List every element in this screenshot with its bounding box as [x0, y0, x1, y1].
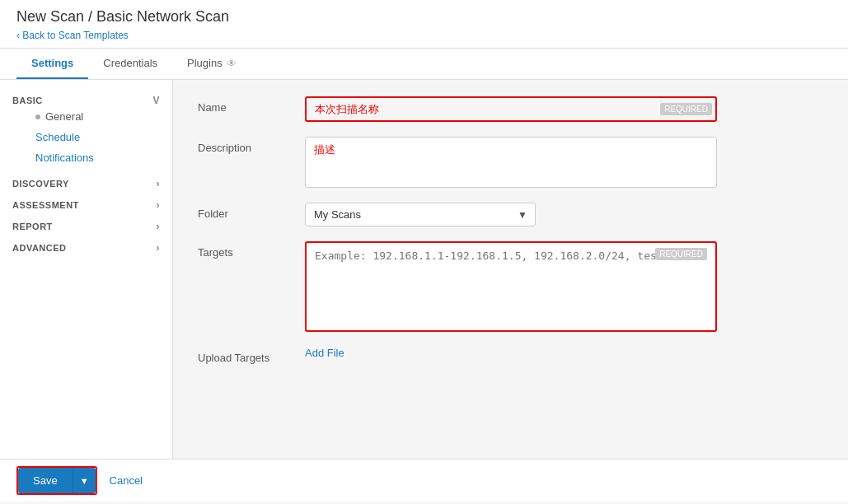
tab-credentials[interactable]: Credentials — [88, 49, 172, 79]
back-link[interactable]: Back to Scan Templates — [16, 30, 129, 41]
name-control-wrap: REQUIRED — [305, 96, 717, 122]
sidebar-section-report-header[interactable]: REPORT › — [12, 221, 160, 232]
folder-select[interactable]: My Scans Trash — [305, 203, 536, 226]
description-control-wrap — [305, 137, 717, 188]
add-file-link[interactable]: Add File — [305, 347, 344, 359]
folder-control-wrap: My Scans Trash ▼ — [305, 203, 717, 226]
folder-select-wrap: My Scans Trash ▼ — [305, 203, 536, 226]
basic-arrow: v — [152, 95, 160, 106]
name-input[interactable] — [307, 98, 660, 120]
sidebar-section-advanced: ADVANCED › — [0, 236, 172, 257]
tab-plugins[interactable]: Plugins 👁 — [172, 49, 251, 79]
eye-icon: 👁 — [227, 58, 237, 69]
form-row-name: Name REQUIRED — [198, 96, 823, 122]
report-arrow: › — [157, 221, 161, 232]
description-label: Description — [198, 137, 305, 154]
tab-settings[interactable]: Settings — [16, 49, 88, 79]
form-row-description: Description — [198, 137, 823, 188]
targets-control-wrap: REQUIRED — [305, 241, 717, 332]
bottom-bar: Save ▼ Cancel — [0, 459, 848, 502]
assessment-arrow: › — [157, 199, 161, 211]
content-area: Name REQUIRED Description Folder — [173, 80, 848, 459]
description-textarea-wrap — [305, 137, 717, 188]
sidebar-section-basic: BASIC v General Schedule Notifications — [0, 88, 172, 171]
page-title: New Scan / Basic Network Scan — [16, 8, 832, 26]
upload-targets-label: Upload Targets — [198, 347, 305, 364]
tab-bar: Settings Credentials Plugins 👁 — [0, 49, 848, 80]
main-area: BASIC v General Schedule Notifications D… — [0, 80, 848, 459]
save-btn-group: Save ▼ — [16, 466, 97, 495]
form-row-targets: Targets REQUIRED — [198, 241, 823, 332]
sidebar: BASIC v General Schedule Notifications D… — [0, 80, 173, 459]
targets-required-badge: REQUIRED — [655, 248, 707, 260]
sidebar-section-discovery: DISCOVERY › — [0, 171, 172, 193]
cancel-button[interactable]: Cancel — [105, 468, 147, 493]
folder-label: Folder — [198, 203, 305, 220]
sidebar-section-report: REPORT › — [0, 214, 172, 236]
sidebar-section-assessment: ASSESSMENT › — [0, 193, 172, 214]
sidebar-item-general[interactable]: General — [12, 106, 160, 127]
discovery-arrow: › — [157, 178, 161, 189]
name-label: Name — [198, 96, 305, 114]
form-row-folder: Folder My Scans Trash ▼ — [198, 203, 823, 226]
save-dropdown-arrow: ▼ — [80, 476, 89, 486]
targets-input[interactable] — [307, 243, 715, 325]
sidebar-section-discovery-header[interactable]: DISCOVERY › — [12, 178, 160, 189]
sidebar-item-notifications[interactable]: Notifications — [12, 147, 160, 168]
save-dropdown-button[interactable]: ▼ — [73, 468, 96, 493]
sidebar-section-advanced-header[interactable]: ADVANCED › — [12, 242, 160, 254]
name-required-badge: REQUIRED — [660, 103, 712, 115]
targets-label: Targets — [198, 241, 305, 259]
sidebar-section-assessment-header[interactable]: ASSESSMENT › — [12, 199, 160, 211]
advanced-arrow: › — [157, 242, 161, 254]
name-input-wrap: REQUIRED — [305, 96, 717, 122]
upload-targets-control-wrap: Add File — [305, 347, 717, 359]
targets-wrap: REQUIRED — [305, 241, 717, 332]
sidebar-section-basic-header[interactable]: BASIC v — [12, 95, 160, 106]
form-row-upload-targets: Upload Targets Add File — [198, 347, 823, 364]
dot-icon — [35, 114, 40, 119]
description-input[interactable] — [306, 138, 716, 184]
top-bar: New Scan / Basic Network Scan Back to Sc… — [0, 0, 848, 49]
sidebar-item-schedule[interactable]: Schedule — [12, 127, 160, 147]
save-button[interactable]: Save — [18, 468, 73, 493]
